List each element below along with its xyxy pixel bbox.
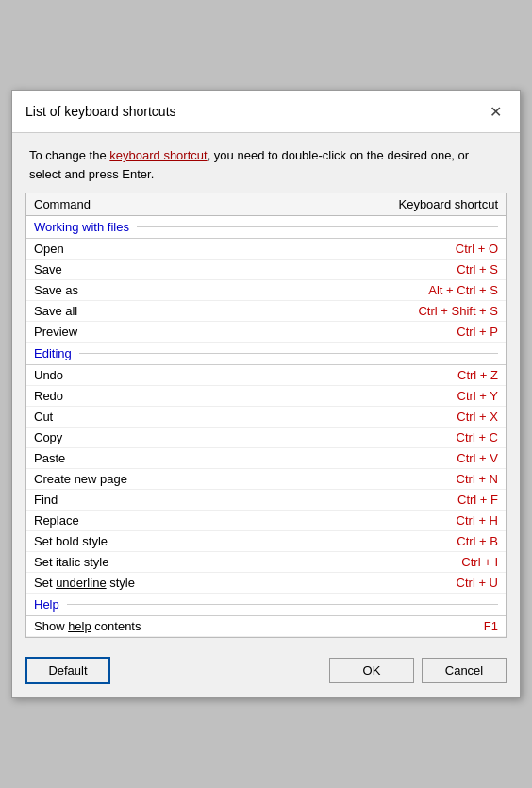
shortcut-redo: Ctrl + Y <box>328 389 498 403</box>
title-bar: List of keyboard shortcuts ✕ <box>12 91 520 133</box>
highlight-keyboard: keyboard shortcut <box>109 148 207 162</box>
shortcut-create-new-page: Ctrl + N <box>328 472 498 486</box>
command-create-new-page: Create new page <box>34 472 328 486</box>
keyboard-shortcuts-dialog: List of keyboard shortcuts ✕ To change t… <box>11 90 521 698</box>
section-help: Help <box>26 594 506 616</box>
shortcut-preview: Ctrl + P <box>328 325 498 339</box>
list-item[interactable]: Set underline style Ctrl + U <box>26 573 506 594</box>
section-divider <box>137 226 498 227</box>
section-label-editing: Editing <box>34 346 79 360</box>
shortcut-copy: Ctrl + C <box>328 430 498 444</box>
section-working-with-files: Working with files <box>26 216 506 239</box>
shortcut-save: Ctrl + S <box>328 262 498 277</box>
footer-right-buttons: OK Cancel <box>329 658 507 683</box>
list-item[interactable]: Open Ctrl + O <box>26 239 506 260</box>
command-preview: Preview <box>34 325 328 339</box>
dialog-footer: Default OK Cancel <box>12 647 520 697</box>
shortcut-save-all: Ctrl + Shift + S <box>328 304 498 318</box>
cancel-button[interactable]: Cancel <box>422 658 507 683</box>
shortcut-undo: Ctrl + Z <box>328 368 498 382</box>
command-show-help: Show help contents <box>34 619 328 633</box>
shortcut-paste: Ctrl + V <box>328 451 498 465</box>
table-header: Command Keyboard shortcut <box>26 193 506 216</box>
help-underline: help <box>68 619 91 633</box>
list-item[interactable]: Preview Ctrl + P <box>26 322 506 343</box>
list-item[interactable]: Create new page Ctrl + N <box>26 469 506 490</box>
command-cut: Cut <box>34 410 328 424</box>
command-open: Open <box>34 242 328 256</box>
shortcut-show-help: F1 <box>328 619 498 633</box>
command-redo: Redo <box>34 389 328 403</box>
section-label-files: Working with files <box>34 220 137 234</box>
command-copy: Copy <box>34 430 328 444</box>
list-item[interactable]: Set italic style Ctrl + I <box>26 552 506 573</box>
section-editing: Editing <box>26 343 506 365</box>
command-italic: Set italic style <box>34 555 328 569</box>
list-item[interactable]: Replace Ctrl + H <box>26 511 506 531</box>
shortcut-find: Ctrl + F <box>328 493 498 507</box>
shortcut-open: Ctrl + O <box>328 242 498 256</box>
list-item[interactable]: Set bold style Ctrl + B <box>26 531 506 552</box>
shortcut-underline: Ctrl + U <box>328 576 498 590</box>
underline-text: underline <box>56 576 107 590</box>
list-item[interactable]: Save all Ctrl + Shift + S <box>26 301 506 322</box>
ok-button[interactable]: OK <box>329 658 414 683</box>
shortcuts-table-container: Command Keyboard shortcut Working with f… <box>25 193 507 638</box>
command-undo: Undo <box>34 368 328 382</box>
shortcut-cut: Ctrl + X <box>328 410 498 424</box>
default-button[interactable]: Default <box>25 657 110 684</box>
close-button[interactable]: ✕ <box>484 100 507 123</box>
section-label-help: Help <box>34 597 67 612</box>
command-underline: Set underline style <box>34 576 328 590</box>
description-text: To change the keyboard shortcut, you nee… <box>12 133 520 193</box>
command-replace: Replace <box>34 513 328 528</box>
column-shortcut: Keyboard shortcut <box>328 197 498 211</box>
list-item[interactable]: Copy Ctrl + C <box>26 428 506 448</box>
dialog-title: List of keyboard shortcuts <box>25 104 176 119</box>
command-save: Save <box>34 262 328 277</box>
shortcut-bold: Ctrl + B <box>328 534 498 548</box>
shortcut-replace: Ctrl + H <box>328 513 498 528</box>
list-item[interactable]: Save as Alt + Ctrl + S <box>26 280 506 301</box>
list-item[interactable]: Undo Ctrl + Z <box>26 365 506 386</box>
shortcut-save-as: Alt + Ctrl + S <box>328 283 498 297</box>
command-save-as: Save as <box>34 283 328 297</box>
command-save-all: Save all <box>34 304 328 318</box>
command-paste: Paste <box>34 451 328 465</box>
column-command: Command <box>34 197 328 211</box>
shortcut-italic: Ctrl + I <box>328 555 498 569</box>
section-divider <box>79 353 498 354</box>
list-item[interactable]: Show help contents F1 <box>26 616 506 637</box>
list-item[interactable]: Paste Ctrl + V <box>26 448 506 469</box>
list-item[interactable]: Save Ctrl + S <box>26 260 506 280</box>
command-find: Find <box>34 493 328 507</box>
command-bold: Set bold style <box>34 534 328 548</box>
list-item[interactable]: Cut Ctrl + X <box>26 407 506 428</box>
list-item[interactable]: Find Ctrl + F <box>26 490 506 511</box>
section-divider <box>67 604 498 605</box>
list-item[interactable]: Redo Ctrl + Y <box>26 386 506 407</box>
